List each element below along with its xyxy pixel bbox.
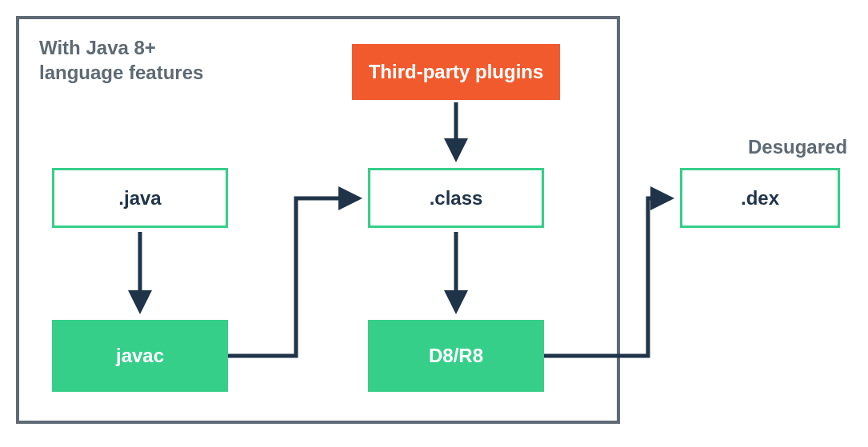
node-java-label: .java [118, 187, 161, 210]
node-javac-label: javac [116, 345, 164, 367]
title-line-1: With Java 8+ [39, 37, 156, 58]
node-d8r8-label: D8/R8 [429, 345, 483, 367]
node-java: .java [52, 168, 228, 228]
node-plugins-label: Third-party plugins [369, 61, 544, 83]
node-plugins: Third-party plugins [352, 44, 560, 100]
node-dex: .dex [680, 168, 840, 228]
node-javac: javac [52, 320, 228, 392]
title-line-2: language features [39, 62, 203, 83]
container-title: With Java 8+ language features [39, 35, 203, 85]
node-dex-label: .dex [741, 187, 779, 210]
label-desugared: Desugared [748, 136, 847, 158]
node-class-label: .class [430, 187, 483, 210]
node-d8r8: D8/R8 [368, 320, 544, 392]
node-class: .class [368, 168, 544, 228]
